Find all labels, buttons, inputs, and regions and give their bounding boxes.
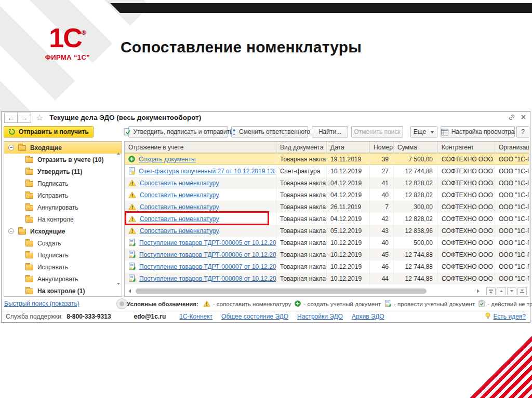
goods-receipt-link[interactable]: Поступление товаров ТДРТ-000005 от 10.12… <box>139 239 276 246</box>
table-row[interactable]: Сопоставить номенклатуру Товарная накла.… <box>125 225 529 237</box>
create-documents-link[interactable]: Создать документы <box>139 156 196 163</box>
forward-button[interactable]: → <box>18 113 31 123</box>
sidebar-item-fix-out[interactable]: Исправить <box>4 261 122 273</box>
column-header-contractor[interactable]: Контрагент <box>438 142 495 153</box>
help-button[interactable]: ? <box>516 126 529 138</box>
folder-icon <box>25 217 33 223</box>
legend-text: - действий не требуется <box>487 301 532 307</box>
table-row[interactable]: Счет-фактура полученный 27 от 10.12.2019… <box>125 165 529 177</box>
doc-type-cell: Товарная накла... <box>276 153 327 165</box>
user-avatar-button[interactable] <box>116 298 127 309</box>
goods-receipt-link[interactable]: Поступление товаров ТДРТ-000006 от 10.12… <box>139 251 276 258</box>
table-row-highlighted[interactable]: Сопоставить номенклатуру Товарная накла.… <box>125 213 529 225</box>
number-cell: 40 <box>370 189 394 201</box>
sidebar-item-outgoing[interactable]: Исходящие <box>4 225 122 237</box>
table-row[interactable]: Сопоставить номенклатуру Товарная накла.… <box>125 177 529 189</box>
number-cell: 43 <box>370 225 394 237</box>
column-header-sum[interactable]: Сумма <box>394 142 438 153</box>
support-label: Служба поддержки: <box>6 313 63 320</box>
get-link-icon[interactable] <box>508 114 515 123</box>
table-row[interactable]: Поступление товаров ТДРТ-000007 от 10.12… <box>125 260 529 272</box>
sidebar-item-label: Входящие <box>30 144 62 152</box>
view-settings-button[interactable]: Настройка просмотра <box>441 126 515 138</box>
organization-cell: ООО "1С-Паб <box>495 201 529 213</box>
table-row[interactable]: Поступление товаров ТДРТ-000006 от 10.12… <box>125 249 529 260</box>
go-last-row-button[interactable] <box>517 287 527 295</box>
close-icon[interactable]: × <box>521 113 526 122</box>
edo-settings-link[interactable]: Настройки ЭДО <box>297 313 343 320</box>
window-titlebar: ← → ☆ Текущие дела ЭДО (весь документооб… <box>2 112 530 124</box>
sidebar-item-sign[interactable]: Подписать <box>4 177 122 189</box>
table-row[interactable]: Сопоставить номенклатуру Товарная накла.… <box>125 189 529 201</box>
find-button[interactable]: Найти... <box>312 126 348 138</box>
send-receive-button[interactable]: Отправить и получить <box>4 126 94 138</box>
match-nomenclature-link[interactable]: Сопоставить номенклатуру <box>140 215 219 223</box>
folder-icon <box>18 145 26 151</box>
warning-icon <box>128 227 136 234</box>
legend-text: - создать учетный документ <box>303 301 381 307</box>
quick-search-link[interactable]: Быстрый поиск (показать) <box>4 300 79 307</box>
goods-doc-icon <box>128 275 136 282</box>
goods-receipt-link[interactable]: Поступление товаров ТДРТ-000007 от 10.12… <box>139 263 276 270</box>
sidebar-item-label: На контроле (1) <box>37 287 85 295</box>
match-nomenclature-link[interactable]: Сопоставить номенклатуру <box>140 191 219 199</box>
go-next-row-button[interactable] <box>507 287 516 295</box>
sum-cell: 12 744,88 <box>394 260 438 272</box>
table-row[interactable]: Поступление товаров ТДРТ-000008 от 10.12… <box>125 272 529 284</box>
scrollbar-thumb[interactable] <box>136 289 427 294</box>
column-header-date[interactable]: Дата <box>327 142 370 153</box>
match-nomenclature-link[interactable]: Сопоставить номенклатуру <box>140 180 219 187</box>
slide-title: Сопоставление номенклатуры <box>121 38 362 56</box>
horizontal-scrollbar[interactable] <box>126 287 528 295</box>
scroll-left-icon[interactable] <box>126 287 133 295</box>
edo-archive-link[interactable]: Архив ЭДО <box>352 313 384 320</box>
contractor-cell: СОФТЕХНО ООО <box>438 213 495 225</box>
match-nomenclature-link[interactable]: Сопоставить номенклатуру <box>140 203 219 211</box>
table-row[interactable]: Поступление товаров ТДРТ-000005 от 10.12… <box>125 237 529 249</box>
sidebar-item-create[interactable]: Создать <box>4 237 122 249</box>
column-header-doc-type[interactable]: Вид документа <box>276 142 327 153</box>
go-previous-row-button[interactable] <box>497 287 506 295</box>
legend-text: - провести учетный документ <box>394 301 475 307</box>
sidebar-item-fix[interactable]: Исправить <box>4 189 122 201</box>
edo-state-link[interactable]: Общее состояние ЭДО <box>221 313 288 320</box>
sum-cell: 12 744,88 <box>394 165 438 177</box>
scrollbar-track[interactable] <box>135 288 473 294</box>
collapse-icon[interactable] <box>8 145 14 150</box>
column-header-number[interactable]: Номер <box>370 142 394 153</box>
column-header-reflection[interactable]: Отражение в учете <box>125 142 276 153</box>
sidebar-item-reflect-in-accounting[interactable]: Отразить в учете (10) <box>4 154 122 166</box>
sidebar-item-annul-out[interactable]: Аннулировать <box>4 273 122 285</box>
sidebar-item-sign-out[interactable]: Подписать <box>4 249 122 261</box>
column-header-organization[interactable]: Организация <box>495 142 529 153</box>
1c-connect-link[interactable]: 1С-Коннект <box>179 313 212 320</box>
cancel-search-label: Отменить поиск <box>354 128 400 135</box>
legend-row: Условные обозначения: - сопоставить номе… <box>127 300 532 308</box>
table-row[interactable]: Сопоставить номенклатуру Товарная накла.… <box>125 201 529 213</box>
invoice-link[interactable]: Счет-фактура полученный 27 от 10.12.2019… <box>139 168 276 175</box>
sidebar-scroll-down-icon[interactable] <box>117 285 120 294</box>
window-toolbar: Отправить и получить Утвердить, подписат… <box>2 124 530 140</box>
back-button[interactable]: ← <box>4 113 18 123</box>
sidebar-item-on-control[interactable]: На контроле <box>4 213 122 225</box>
table-row[interactable]: Создать документы Товарная накла... 19.1… <box>125 153 529 165</box>
scroll-right-icon[interactable] <box>474 287 482 295</box>
more-button[interactable]: Еще <box>410 126 437 138</box>
goods-receipt-link[interactable]: Поступление товаров ТДРТ-000008 от 10.12… <box>139 275 276 282</box>
sidebar-item-on-control-out[interactable]: На контроле (1) <box>4 285 122 297</box>
folder-icon <box>25 241 33 246</box>
grid-settings-icon <box>441 129 448 135</box>
approve-sign-send-button[interactable]: Утвердить, подписать и отправить <box>128 126 228 138</box>
sidebar-scroll-up-icon[interactable] <box>117 144 120 153</box>
change-responsible-button[interactable]: Сменить ответственного <box>231 126 308 138</box>
collapse-icon[interactable] <box>8 228 14 234</box>
match-nomenclature-link[interactable]: Сопоставить номенклатуру <box>140 227 219 235</box>
sidebar-item-annul[interactable]: Аннулировать <box>4 201 122 213</box>
idea-link[interactable]: Есть идея? <box>493 313 526 320</box>
sidebar-item-approve[interactable]: Утвердить (11) <box>4 166 122 177</box>
favorite-star-icon[interactable]: ☆ <box>36 113 43 122</box>
sidebar-item-incoming[interactable]: Входящие <box>4 142 122 154</box>
number-cell: 46 <box>370 260 394 272</box>
go-first-row-button[interactable] <box>486 287 496 295</box>
folder-icon <box>25 289 33 294</box>
